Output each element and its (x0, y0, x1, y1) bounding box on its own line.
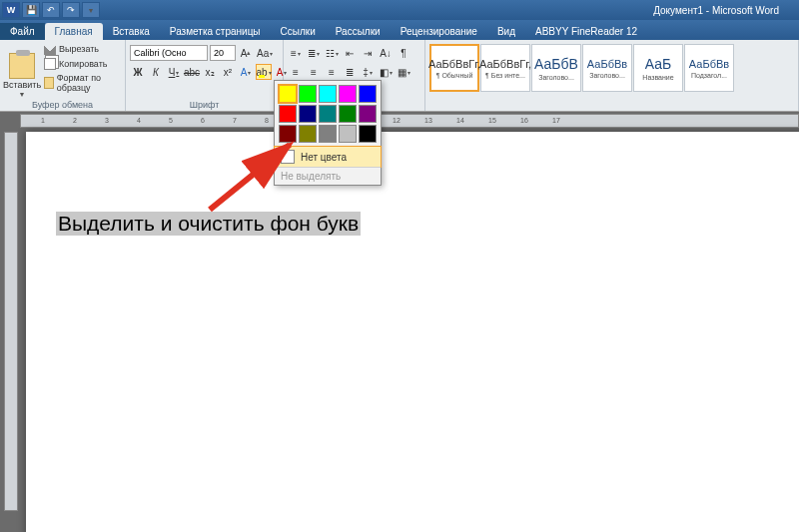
qat-redo-icon[interactable]: ↷ (62, 2, 80, 18)
group-styles: АаБбВвГг,¶ ОбычныйАаБбВвГг,¶ Без инте...… (425, 40, 799, 111)
style-name: ¶ Обычный (436, 72, 473, 79)
color-swatch[interactable] (319, 105, 337, 123)
color-swatch[interactable] (339, 125, 357, 143)
decrease-indent-button[interactable]: ⇤ (342, 45, 358, 61)
show-marks-button[interactable]: ¶ (396, 45, 411, 61)
style-sample: АаБбВв (587, 58, 627, 70)
numbering-button[interactable]: ≣▾ (306, 45, 322, 61)
stop-highlight-item[interactable]: Не выделять (275, 167, 381, 185)
tab-view[interactable]: Вид (487, 23, 525, 40)
ruler-tick: 15 (488, 117, 496, 124)
tab-mailings[interactable]: Рассылки (326, 23, 391, 40)
ruler-tick: 17 (552, 117, 560, 124)
style-item-3[interactable]: АаБбВвЗаголово... (582, 44, 632, 92)
highlight-color-popup: Нет цвета Не выделять (274, 80, 382, 186)
style-name: Название (642, 74, 673, 81)
style-item-0[interactable]: АаБбВвГг,¶ Обычный (429, 44, 479, 92)
style-name: Подзагол... (691, 72, 727, 79)
qat-save-icon[interactable]: 💾 (22, 2, 40, 18)
paste-label: Вставить (3, 80, 41, 90)
font-size-input[interactable] (210, 45, 236, 61)
font-name-input[interactable] (130, 45, 208, 61)
bold-button[interactable]: Ж (130, 64, 146, 80)
style-item-5[interactable]: АаБбВвПодзагол... (684, 44, 734, 92)
style-name: Заголово... (589, 72, 625, 79)
tab-insert[interactable]: Вставка (103, 23, 160, 40)
bullets-button[interactable]: ≡▾ (288, 45, 304, 61)
style-item-4[interactable]: АаБНазвание (633, 44, 683, 92)
selected-text[interactable]: Выделить и очистить фон букв (56, 212, 361, 236)
color-swatch[interactable] (319, 125, 337, 143)
copy-button[interactable]: Копировать (42, 57, 121, 71)
no-color-swatch-icon (281, 150, 295, 164)
ruler-tick: 12 (393, 117, 400, 124)
ruler-tick: 6 (201, 117, 205, 124)
tab-abbyy[interactable]: ABBYY FineReader 12 (525, 23, 647, 40)
word-icon[interactable]: W (2, 2, 20, 18)
sort-button[interactable]: A↓ (378, 45, 394, 61)
ruler-tick: 13 (424, 117, 432, 124)
style-sample: АаБ (645, 56, 671, 72)
change-case-button[interactable]: Aa▾ (256, 45, 274, 61)
document-page[interactable]: Выделить и очистить фон букв (26, 132, 799, 532)
style-name: ¶ Без инте... (485, 72, 525, 79)
justify-button[interactable]: ≣ (342, 64, 358, 80)
tab-file[interactable]: Файл (0, 23, 45, 40)
color-swatch[interactable] (299, 105, 317, 123)
superscript-button[interactable]: x² (220, 64, 236, 80)
ruler-tick: 4 (137, 117, 141, 124)
color-swatch[interactable] (359, 125, 377, 143)
copy-icon (44, 58, 56, 70)
tab-home[interactable]: Главная (45, 23, 103, 40)
tab-review[interactable]: Рецензирование (391, 23, 487, 40)
style-sample: АаБбВв (689, 58, 729, 70)
style-item-2[interactable]: АаБбВЗаголово... (531, 44, 581, 92)
text-effects-button[interactable]: A▾ (238, 64, 254, 80)
qat-undo-icon[interactable]: ↶ (42, 2, 60, 18)
borders-button[interactable]: ▦▾ (396, 64, 411, 80)
align-center-button[interactable]: ≡ (306, 64, 322, 80)
align-right-button[interactable]: ≡ (324, 64, 340, 80)
shading-button[interactable]: ◧▾ (378, 64, 394, 80)
color-swatch[interactable] (299, 85, 317, 103)
tab-references[interactable]: Ссылки (271, 23, 326, 40)
text-highlight-button[interactable]: ab▾ (256, 64, 272, 80)
color-swatch[interactable] (359, 85, 377, 103)
color-swatch[interactable] (339, 85, 357, 103)
stop-highlight-label: Не выделять (281, 171, 341, 182)
title-bar: W 💾 ↶ ↷ ▼ Документ1 - Microsoft Word (0, 0, 799, 20)
format-painter-label: Формат по образцу (57, 73, 119, 93)
multilevel-button[interactable]: ☷▾ (324, 45, 340, 61)
increase-indent-button[interactable]: ⇥ (360, 45, 376, 61)
color-swatch[interactable] (279, 85, 297, 103)
underline-button[interactable]: Ч▾ (166, 64, 182, 80)
window-title: Документ1 - Microsoft Word (653, 5, 799, 16)
quick-access-toolbar: W 💾 ↶ ↷ ▼ (0, 2, 100, 18)
align-left-button[interactable]: ≡ (288, 64, 304, 80)
style-sample: АаБбВ (534, 56, 578, 72)
ruler-tick: 7 (233, 117, 237, 124)
cut-button[interactable]: Вырезать (42, 42, 121, 56)
ruler-tick: 14 (456, 117, 464, 124)
italic-button[interactable]: К (148, 64, 164, 80)
group-clipboard: Вставить ▼ Вырезать Копировать Формат по… (0, 40, 126, 111)
line-spacing-button[interactable]: ‡▾ (360, 64, 376, 80)
tab-page-layout[interactable]: Разметка страницы (160, 23, 271, 40)
grow-font-button[interactable]: A▴ (238, 45, 254, 61)
color-swatch[interactable] (299, 125, 317, 143)
color-swatch[interactable] (279, 105, 297, 123)
paste-button[interactable]: Вставить ▼ (4, 42, 40, 109)
no-color-item[interactable]: Нет цвета (274, 146, 382, 168)
ribbon: Вставить ▼ Вырезать Копировать Формат по… (0, 40, 799, 112)
style-sample: АаБбВвГг, (479, 58, 531, 70)
color-swatch[interactable] (359, 105, 377, 123)
color-swatch[interactable] (319, 85, 337, 103)
style-item-1[interactable]: АаБбВвГг,¶ Без инте... (480, 44, 530, 92)
strike-button[interactable]: abc (184, 64, 200, 80)
qat-customize-icon[interactable]: ▼ (82, 2, 100, 18)
color-swatch[interactable] (339, 105, 357, 123)
color-swatch[interactable] (279, 125, 297, 143)
subscript-button[interactable]: x₂ (202, 64, 218, 80)
chevron-down-icon: ▼ (19, 91, 26, 98)
format-painter-button[interactable]: Формат по образцу (42, 72, 121, 94)
